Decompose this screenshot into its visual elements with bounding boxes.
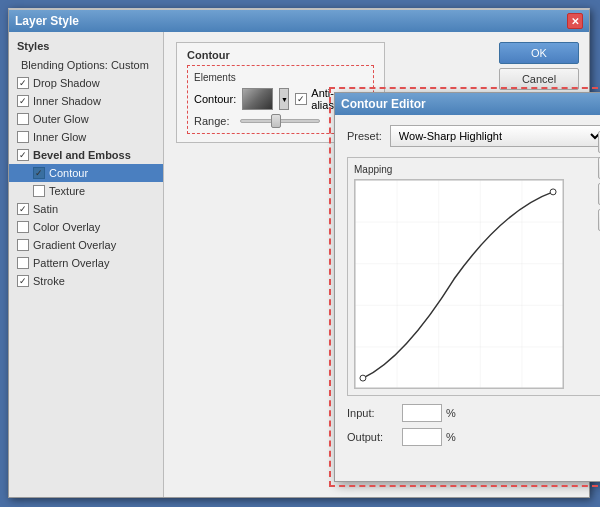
- sidebar-item-label: Contour: [49, 167, 88, 179]
- satin-checkbox[interactable]: [17, 203, 29, 215]
- preset-label: Preset:: [347, 130, 382, 142]
- svg-point-4: [550, 189, 556, 195]
- sidebar-item-label: Color Overlay: [33, 221, 100, 233]
- content-area: OK Cancel New Style... Preview Contour E…: [164, 32, 589, 497]
- bevel-emboss-checkbox[interactable]: [17, 149, 29, 161]
- preset-select[interactable]: Wow-Sharp Highlight: [390, 125, 600, 147]
- editor-body: Preset: Wow-Sharp Highlight OK Mapping: [335, 115, 600, 460]
- output-label: Output:: [347, 431, 402, 443]
- texture-checkbox[interactable]: [33, 185, 45, 197]
- sidebar-item-outer-glow[interactable]: Outer Glow: [9, 110, 163, 128]
- sidebar-item-drop-shadow[interactable]: Drop Shadow: [9, 74, 163, 92]
- layer-style-window: Layer Style ✕ Styles Blending Options: C…: [8, 8, 590, 498]
- mapping-group: Mapping: [347, 157, 600, 396]
- sidebar-item-label: Bevel and Emboss: [33, 149, 131, 161]
- sidebar-item-bevel-emboss[interactable]: Bevel and Emboss: [9, 146, 163, 164]
- ok-button[interactable]: OK: [499, 42, 579, 64]
- sidebar-item-label: Inner Shadow: [33, 95, 101, 107]
- contour-thumbnail[interactable]: [242, 88, 273, 110]
- sidebar: Styles Blending Options: Custom Drop Sha…: [9, 32, 164, 497]
- svg-rect-1: [355, 180, 563, 388]
- elements-title: Elements: [194, 72, 367, 83]
- inner-shadow-checkbox[interactable]: [17, 95, 29, 107]
- layer-style-title: Layer Style: [15, 14, 79, 28]
- pattern-overlay-checkbox[interactable]: [17, 257, 29, 269]
- contour-editor-dialog: Contour Editor ✕ Preset: Wow-Sharp Highl…: [334, 92, 600, 482]
- output-value-field[interactable]: [402, 428, 442, 446]
- input-percent: %: [446, 407, 456, 419]
- layer-style-close-button[interactable]: ✕: [567, 13, 583, 29]
- input-label: Input:: [347, 407, 402, 419]
- sidebar-item-label: Texture: [49, 185, 85, 197]
- range-slider-thumb[interactable]: [271, 114, 281, 128]
- sidebar-item-gradient-overlay[interactable]: Gradient Overlay: [9, 236, 163, 254]
- output-percent: %: [446, 431, 456, 443]
- sidebar-item-label: Inner Glow: [33, 131, 86, 143]
- sidebar-item-label: Drop Shadow: [33, 77, 100, 89]
- contour-dropdown-arrow[interactable]: ▼: [279, 88, 289, 110]
- gradient-overlay-checkbox[interactable]: [17, 239, 29, 251]
- contour-label: Contour:: [194, 93, 236, 105]
- contour-checkbox[interactable]: [33, 167, 45, 179]
- sidebar-item-label: Outer Glow: [33, 113, 89, 125]
- sidebar-item-inner-glow[interactable]: Inner Glow: [9, 128, 163, 146]
- sidebar-item-label: Stroke: [33, 275, 65, 287]
- input-row: Input: %: [347, 404, 600, 422]
- sidebar-item-contour[interactable]: Contour: [9, 164, 163, 182]
- sidebar-item-pattern-overlay[interactable]: Pattern Overlay: [9, 254, 163, 272]
- preset-row: Preset: Wow-Sharp Highlight OK: [347, 125, 600, 147]
- sidebar-item-texture[interactable]: Texture: [9, 182, 163, 200]
- range-slider[interactable]: [240, 119, 320, 123]
- preset-select-wrapper: Wow-Sharp Highlight: [390, 125, 600, 147]
- anti-aliased-checkbox[interactable]: [295, 93, 307, 105]
- contour-panel-title: Contour: [187, 49, 374, 61]
- svg-point-3: [360, 375, 366, 381]
- input-output-section: Input: % Output: %: [347, 404, 600, 446]
- sidebar-title: Styles: [9, 38, 163, 56]
- sidebar-item-label: Pattern Overlay: [33, 257, 109, 269]
- sidebar-item-label: Satin: [33, 203, 58, 215]
- sidebar-item-label: Gradient Overlay: [33, 239, 116, 251]
- contour-editor-titlebar: Contour Editor ✕: [335, 93, 600, 115]
- output-row: Output: %: [347, 428, 600, 446]
- sidebar-item-stroke[interactable]: Stroke: [9, 272, 163, 290]
- sidebar-item-color-overlay[interactable]: Color Overlay: [9, 218, 163, 236]
- sidebar-item-blending[interactable]: Blending Options: Custom: [9, 56, 163, 74]
- contour-editor-title: Contour Editor: [341, 97, 426, 111]
- cancel-button[interactable]: Cancel: [499, 68, 579, 90]
- outer-glow-checkbox[interactable]: [17, 113, 29, 125]
- sidebar-item-label: Blending Options: Custom: [21, 59, 149, 71]
- mapping-title: Mapping: [354, 164, 600, 175]
- window-body: Styles Blending Options: Custom Drop Sha…: [9, 32, 589, 497]
- mapping-svg: [355, 180, 563, 388]
- inner-glow-checkbox[interactable]: [17, 131, 29, 143]
- drop-shadow-checkbox[interactable]: [17, 77, 29, 89]
- sidebar-item-inner-shadow[interactable]: Inner Shadow: [9, 92, 163, 110]
- mapping-canvas[interactable]: [354, 179, 564, 389]
- sidebar-item-satin[interactable]: Satin: [9, 200, 163, 218]
- stroke-checkbox[interactable]: [17, 275, 29, 287]
- color-overlay-checkbox[interactable]: [17, 221, 29, 233]
- layer-style-titlebar: Layer Style ✕: [9, 10, 589, 32]
- range-label: Range:: [194, 115, 234, 127]
- input-value-field[interactable]: [402, 404, 442, 422]
